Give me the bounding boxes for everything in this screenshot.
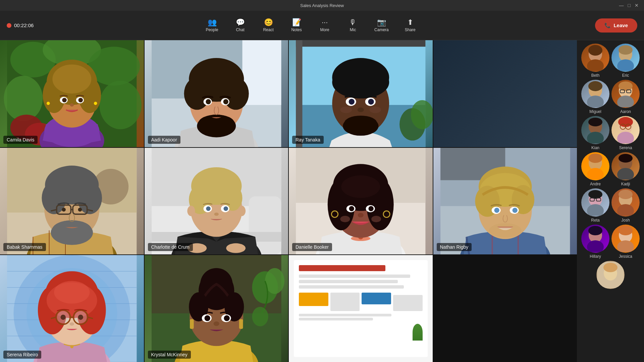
notes-button[interactable]: 📝 Notes <box>283 16 310 35</box>
video-cell-screen-share[interactable] <box>289 255 433 362</box>
video-cell-nathan[interactable]: Nathan Rigby <box>433 148 577 255</box>
sidebar-participant-extra[interactable] <box>596 261 625 289</box>
avatar-andre <box>581 152 609 180</box>
sidebar-participant-jessica[interactable]: Jessica <box>611 225 640 259</box>
video-cell-camila[interactable]: Camila Davis <box>0 40 144 147</box>
svg-point-55 <box>349 99 355 105</box>
svg-point-216 <box>617 168 634 180</box>
maximize-button[interactable]: □ <box>628 3 631 8</box>
mic-button[interactable]: 🎙 Mic <box>339 16 366 35</box>
sidebar-participant-kian[interactable]: Kian <box>581 116 609 150</box>
name-kian: Kian <box>591 145 599 150</box>
sidebar-participant-miguel[interactable]: Miguel <box>581 80 609 114</box>
svg-point-223 <box>619 190 633 199</box>
main-area: Camila Davis <box>0 40 644 362</box>
video-cell-serena[interactable]: Serena Ribeiro <box>0 255 144 362</box>
svg-point-92 <box>187 206 195 216</box>
avatar-eric <box>611 44 640 72</box>
svg-point-20 <box>70 103 74 107</box>
recording-badge: 00:22:06 <box>7 22 34 28</box>
camera-icon: 📷 <box>377 19 386 26</box>
react-button[interactable]: 😊 React <box>255 16 282 35</box>
avatar-jessica <box>611 225 640 253</box>
sidebar-participant-hillary[interactable]: Hillary <box>581 225 609 259</box>
svg-point-117 <box>349 206 354 211</box>
name-tag-aadi: Aadi Kapoor <box>148 136 180 144</box>
leave-phone-icon: 📞 <box>604 22 611 28</box>
svg-point-234 <box>603 263 618 272</box>
sidebar-participant-kadji[interactable]: Kadji <box>611 152 640 186</box>
video-cell-babak[interactable]: Babak Shammas <box>0 148 144 255</box>
svg-point-97 <box>223 206 228 211</box>
avatar-miguel <box>581 80 609 108</box>
svg-point-21 <box>47 102 50 105</box>
mic-label: Mic <box>350 27 356 32</box>
video-cell-aadi[interactable]: Aadi Kapoor <box>145 40 288 147</box>
svg-point-231 <box>617 240 634 252</box>
sidebar-participant-serena[interactable]: Serena <box>611 116 640 150</box>
video-cell-danielle[interactable]: Danielle Booker <box>289 148 433 255</box>
video-cell-ray[interactable]: Ray Tanaka <box>289 40 433 147</box>
svg-point-112 <box>341 175 380 198</box>
svg-point-199 <box>619 81 633 91</box>
svg-point-79 <box>62 207 66 212</box>
svg-point-119 <box>358 213 364 218</box>
svg-point-58 <box>340 107 352 113</box>
minimize-button[interactable]: — <box>619 3 624 8</box>
svg-point-200 <box>617 96 634 107</box>
svg-point-138 <box>512 207 517 213</box>
svg-point-40 <box>223 99 228 104</box>
react-label: React <box>263 27 273 32</box>
toolbar: 00:22:06 👥 People 💬 Chat 😊 React 📝 Notes… <box>0 11 644 40</box>
more-icon: ··· <box>322 19 328 26</box>
name-tag-charlotte: Charlotte de Crum <box>148 243 193 251</box>
avatar-kadji <box>611 152 640 180</box>
video-cell-charlotte[interactable]: Charlotte de Crum <box>145 148 288 255</box>
chat-button[interactable]: 💬 Chat <box>227 16 254 35</box>
svg-point-59 <box>369 107 381 113</box>
krystal-avatar <box>145 255 288 362</box>
svg-point-39 <box>206 99 211 104</box>
recording-timer: 00:22:06 <box>14 22 34 28</box>
sidebar-participants: Beth Eric <box>577 40 644 362</box>
sidebar-participant-aaron[interactable]: Aaron <box>611 80 640 114</box>
svg-point-230 <box>619 226 633 235</box>
name-tag-nathan: Nathan Rigby <box>437 243 472 251</box>
sidebar-participant-andre[interactable]: Andre <box>581 152 609 186</box>
svg-point-139 <box>489 223 521 237</box>
svg-point-219 <box>587 204 604 216</box>
avatar-reta <box>581 188 609 217</box>
svg-point-166 <box>69 322 74 326</box>
name-andre: Andre <box>590 182 601 186</box>
svg-point-18 <box>62 98 67 103</box>
sidebar-participant-josh[interactable]: Josh <box>611 188 640 223</box>
svg-point-50 <box>332 66 389 99</box>
sidebar-participant-reta[interactable]: Reta <box>581 188 609 223</box>
svg-point-165 <box>78 315 83 320</box>
svg-rect-187 <box>239 319 243 329</box>
window-controls: — □ ✕ <box>619 3 639 8</box>
close-button[interactable]: ✕ <box>635 3 639 8</box>
leave-button[interactable]: 📞 Leave <box>595 18 637 33</box>
avatar-serena-sidebar <box>611 116 640 144</box>
name-jessica: Jessica <box>619 254 632 259</box>
avatar-extra <box>596 261 625 289</box>
more-button[interactable]: ··· More <box>311 16 338 35</box>
avatar-kian <box>581 116 609 144</box>
sidebar-participant-eric[interactable]: Eric <box>611 44 640 78</box>
svg-point-120 <box>340 216 350 222</box>
ray-avatar <box>289 40 433 147</box>
notes-icon: 📝 <box>292 19 301 26</box>
video-cell-fourth[interactable] <box>433 40 577 147</box>
people-button[interactable]: 👥 People <box>199 16 225 35</box>
video-cell-krystal[interactable]: Krystal McKinney <box>145 255 288 362</box>
share-button[interactable]: ⬆ Share <box>397 16 424 35</box>
sidebar-participant-beth[interactable]: Beth <box>581 44 609 78</box>
svg-point-228 <box>587 240 604 252</box>
svg-point-33 <box>192 76 240 102</box>
sidebar-row-extra <box>580 261 641 289</box>
svg-point-46 <box>411 100 433 129</box>
camera-button[interactable]: 📷 Camera <box>368 16 395 35</box>
svg-point-192 <box>619 45 633 55</box>
name-reta: Reta <box>591 218 599 223</box>
